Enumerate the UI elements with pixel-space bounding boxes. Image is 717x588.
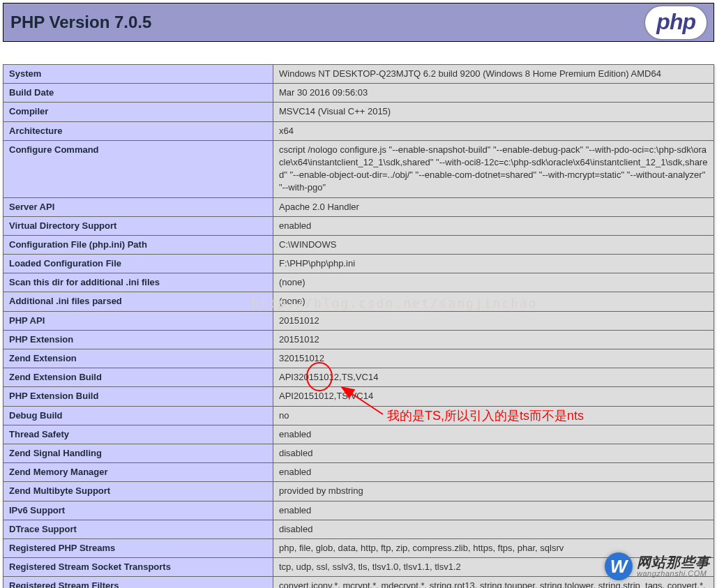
row-key: Compiler [3,103,273,121]
page-title: PHP Version 7.0.5 [10,13,151,32]
row-value: disabled [273,520,714,538]
row-key: Scan this dir for additional .ini files [3,273,273,292]
watermark-text: http://blog.csdn.net/sangjinchao [251,296,538,310]
table-row: PHP API20151012 [3,311,714,330]
row-value: C:\WINDOWS [273,235,714,254]
row-key: PHP API [3,311,273,330]
phpinfo-header: PHP Version 7.0.5 php [3,3,714,42]
table-row: PHP Extension20151012 [3,330,714,349]
site-watermark-chinese: 网站那些事 [637,555,710,570]
row-key: Virtual Directory Support [3,216,273,235]
row-key: Loaded Configuration File [3,255,273,273]
table-row: Scan this dir for additional .ini files(… [3,273,714,292]
row-key: Build Date [3,84,273,103]
site-watermark-logo: W 网站那些事 wangzhanshi.COM [605,552,710,580]
row-key: Additional .ini files parsed [3,292,273,311]
row-key: Configure Command [3,140,273,197]
table-row: PHP Extension BuildAPI20151012,TS,VC14 [3,387,714,406]
row-value: (none) [273,273,714,292]
table-row: Virtual Directory Supportenabled [3,216,714,235]
table-row: Configuration File (php.ini) PathC:\WIND… [3,235,714,254]
row-value: 320151012 [273,349,714,368]
row-key: Registered Stream Socket Transports [3,558,273,577]
row-value: F:\PHP\php\php.ini [273,255,714,273]
row-value: MSVC14 (Visual C++ 2015) [273,103,714,121]
table-row: Build DateMar 30 2016 09:56:03 [3,84,714,103]
table-row: CompilerMSVC14 (Visual C++ 2015) [3,103,714,121]
row-value: API20151012,TS,VC14 [273,387,714,406]
row-key: Zend Extension Build [3,368,273,387]
row-key: Zend Memory Manager [3,463,273,482]
row-key: IPv6 Support [3,501,273,520]
table-row: DTrace Supportdisabled [3,520,714,538]
row-key: Registered Stream Filters [3,577,273,588]
row-value: Mar 30 2016 09:56:03 [273,84,714,103]
table-row: IPv6 Supportenabled [3,501,714,520]
table-row: Zend Extension320151012 [3,349,714,368]
php-logo: php [645,6,707,39]
row-value: no [273,406,714,425]
row-key: Registered PHP Streams [3,538,273,557]
row-value: disabled [273,444,714,462]
row-value: Apache 2.0 Handler [273,197,714,216]
table-row: Architecturex64 [3,121,714,140]
row-key: Zend Multibyte Support [3,482,273,501]
row-key: Thread Safety [3,425,273,444]
row-key: Zend Signal Handling [3,444,273,462]
row-key: Server API [3,197,273,216]
row-value: 20151012 [273,311,714,330]
row-key: Zend Extension [3,349,273,368]
table-row: Thread Safetyenabled [3,425,714,444]
row-key: PHP Extension Build [3,387,273,406]
row-value: 20151012 [273,330,714,349]
row-value: enabled [273,425,714,444]
table-row: Zend Memory Managerenabled [3,463,714,482]
row-value: provided by mbstring [273,482,714,501]
row-key: Architecture [3,121,273,140]
table-row: Debug Buildno [3,406,714,425]
row-key: PHP Extension [3,330,273,349]
row-value: enabled [273,501,714,520]
site-watermark-latin: wangzhanshi.COM [637,570,710,578]
row-value: cscript /nologo configure.js "--enable-s… [273,140,714,197]
table-row: SystemWindows NT DESKTOP-Q23MJTQ 6.2 bui… [3,65,714,84]
table-row: Loaded Configuration FileF:\PHP\php\php.… [3,255,714,273]
site-watermark-circle: W [605,552,633,580]
row-key: DTrace Support [3,520,273,538]
table-row: Zend Extension BuildAPI320151012,TS,VC14 [3,368,714,387]
phpinfo-table: SystemWindows NT DESKTOP-Q23MJTQ 6.2 bui… [3,64,714,588]
row-key: Configuration File (php.ini) Path [3,235,273,254]
row-value: enabled [273,216,714,235]
row-value: enabled [273,463,714,482]
row-key: Debug Build [3,406,273,425]
table-row: Server APIApache 2.0 Handler [3,197,714,216]
table-row: Zend Multibyte Supportprovided by mbstri… [3,482,714,501]
table-row: Configure Commandcscript /nologo configu… [3,140,714,197]
row-value: API320151012,TS,VC14 [273,368,714,387]
table-row: Zend Signal Handlingdisabled [3,444,714,462]
row-key: System [3,65,273,84]
row-value: x64 [273,121,714,140]
row-value: Windows NT DESKTOP-Q23MJTQ 6.2 build 920… [273,65,714,84]
